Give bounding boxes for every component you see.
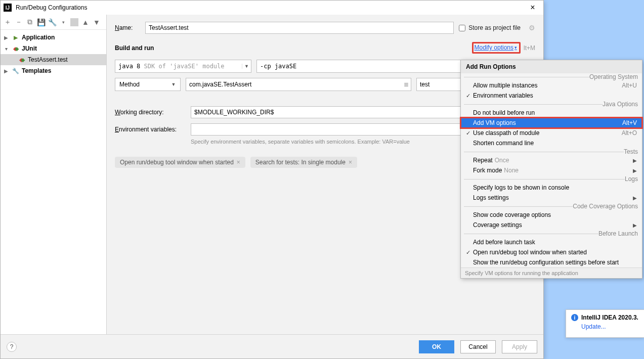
- tree-node-application[interactable]: ▶ ▶ Application: [1, 32, 106, 43]
- toolbar-divider: [70, 18, 78, 26]
- close-icon[interactable]: ×: [525, 3, 540, 12]
- modify-options-popup: Add Run Options Operating SystemAllow mu…: [460, 60, 642, 279]
- workingdir-label: Working directory:: [115, 109, 186, 116]
- list-icon[interactable]: ≣: [404, 81, 409, 88]
- remove-pill-icon[interactable]: ×: [237, 159, 240, 166]
- menu-shortcut: Alt+V: [622, 119, 637, 126]
- menu-shortcut: Alt+U: [622, 82, 637, 89]
- menu-item-environment-variables[interactable]: ✓Environment variables: [461, 91, 642, 101]
- move-down-icon[interactable]: ▼: [93, 18, 101, 26]
- tree-label: JUnit: [22, 45, 37, 52]
- app-logo-icon: IJ: [4, 4, 12, 12]
- remove-pill-icon[interactable]: ×: [349, 159, 352, 166]
- chevron-down-icon: ▼: [169, 82, 178, 87]
- pill-search-scope[interactable]: Search for tests: In single module ×: [250, 157, 357, 168]
- menu-item-do-not-build-before-run[interactable]: Do not build before run: [461, 108, 642, 118]
- scope-value: Method: [119, 81, 140, 88]
- tree-label: TestAssert.test: [28, 56, 68, 63]
- menu-item-add-before-launch-task[interactable]: Add before launch task: [461, 237, 642, 247]
- env-label: Environment variables:: [115, 126, 186, 133]
- modify-options-text: Modify options: [475, 44, 513, 51]
- popup-group-separator: Java Options: [461, 101, 642, 108]
- add-config-icon[interactable]: ＋: [4, 18, 12, 27]
- menu-item-label: Add before launch task: [473, 239, 637, 246]
- menu-item-label: Allow multiple instances: [473, 82, 622, 89]
- copy-config-icon[interactable]: ⧉: [26, 18, 34, 26]
- config-tree: ▶ ▶ Application ▾ JUnit TestAssert.test …: [1, 30, 106, 78]
- popup-title: Add Run Options: [461, 60, 642, 73]
- wrench-icon[interactable]: 🔧: [48, 18, 56, 26]
- menu-item-logs-settings[interactable]: Logs settings▶: [461, 193, 642, 203]
- save-config-icon[interactable]: 💾: [37, 18, 45, 26]
- menu-item-label: Add VM options: [473, 119, 622, 126]
- move-up-icon[interactable]: ▲: [81, 18, 90, 26]
- tree-node-testassert[interactable]: TestAssert.test: [1, 54, 106, 65]
- tree-toolbar: ＋ － ⧉ 💾 🔧 ▾ ▲ ▼: [1, 15, 106, 30]
- menu-item-label: RepeatOnce: [473, 157, 630, 164]
- ok-button[interactable]: OK: [419, 340, 454, 353]
- pill-open-tool-window[interactable]: Open run/debug tool window when started …: [115, 157, 245, 168]
- application-icon: ▶: [12, 33, 20, 41]
- modify-options-link[interactable]: Modify options ▾: [475, 44, 517, 51]
- menu-item-use-classpath-of-module[interactable]: ✓Use classpath of moduleAlt+O: [461, 128, 642, 138]
- menu-item-label: Do not build before run: [473, 109, 637, 116]
- tree-label: Application: [22, 34, 55, 41]
- menu-item-label: Logs settings: [473, 194, 630, 201]
- update-notification[interactable]: i IntelliJ IDEA 2020.3. Update...: [566, 309, 644, 338]
- jdk-dropdown[interactable]: java 8 SDK of 'javaSE' module ▼: [115, 60, 251, 73]
- popup-footer-hint: Specify VM options for running the appli…: [461, 267, 642, 278]
- menu-item-label: Show code coverage options: [473, 211, 637, 218]
- tree-node-junit[interactable]: ▾ JUnit: [1, 43, 106, 54]
- submenu-arrow-icon: ▶: [630, 158, 637, 163]
- submenu-arrow-icon: ▶: [630, 222, 637, 228]
- menu-item-open-run-debug-tool-window-when-started[interactable]: ✓Open run/debug tool window when started: [461, 247, 642, 257]
- menu-item-label: Fork modeNone: [473, 167, 630, 174]
- check-icon: ✓: [466, 130, 473, 137]
- test-class-field[interactable]: com.javaSE.TestAssert ≣: [186, 78, 411, 91]
- menu-item-specify-logs-to-be-shown-in-console[interactable]: Specify logs to be shown in console: [461, 183, 642, 193]
- submenu-arrow-icon: ▶: [630, 195, 637, 201]
- menu-item-coverage-settings[interactable]: Coverage settings▶: [461, 220, 642, 230]
- info-icon: i: [571, 314, 578, 321]
- test-scope-dropdown[interactable]: Method ▼: [115, 78, 181, 91]
- chevron-down-icon: ▼: [242, 64, 251, 69]
- menu-item-label: Show the run/debug configuration setting…: [473, 259, 637, 266]
- build-run-label: Build and run: [115, 44, 154, 52]
- menu-item-allow-multiple-instances[interactable]: Allow multiple instancesAlt+U: [461, 80, 642, 91]
- remove-config-icon[interactable]: －: [15, 18, 23, 27]
- expand-arrow-icon[interactable]: ▶: [3, 68, 10, 74]
- menu-item-label: Coverage settings: [473, 221, 630, 229]
- submenu-arrow-icon: ▶: [630, 168, 637, 173]
- tree-node-templates[interactable]: ▶ 🔧 Templates: [1, 65, 106, 76]
- check-icon: ✓: [466, 249, 473, 256]
- menu-item-fork-mode[interactable]: Fork modeNone▶: [461, 165, 642, 175]
- cancel-button[interactable]: Cancel: [460, 340, 496, 353]
- menu-item-label: Open run/debug tool window when started: [473, 249, 637, 256]
- modify-shortcut: lt+M: [524, 44, 535, 52]
- junit-icon: [18, 56, 26, 64]
- titlebar-title: Run/Debug Configurations: [16, 4, 525, 11]
- expand-arrow-icon[interactable]: ▶: [3, 35, 10, 40]
- menu-item-show-the-run-debug-configuration-settings-before-start[interactable]: Show the run/debug configuration setting…: [461, 257, 642, 267]
- apply-button[interactable]: Apply: [502, 340, 537, 353]
- dialog-footer: ? OK Cancel Apply: [1, 334, 543, 358]
- menu-item-show-code-coverage-options[interactable]: Show code coverage options: [461, 210, 642, 220]
- menu-shortcut: Alt+O: [622, 129, 637, 137]
- name-row: Name: Store as project file ⚙: [115, 22, 535, 34]
- menu-item-add-vm-options[interactable]: Add VM optionsAlt+V: [461, 118, 642, 128]
- help-icon[interactable]: ?: [7, 342, 17, 352]
- gear-icon[interactable]: ⚙: [529, 24, 535, 32]
- junit-icon: [12, 44, 20, 53]
- menu-item-shorten-command-line[interactable]: Shorten command line: [461, 138, 642, 148]
- update-link[interactable]: Update...: [581, 323, 606, 330]
- titlebar: IJ Run/Debug Configurations ×: [1, 1, 543, 15]
- popup-group-separator: Code Coverage Options: [461, 203, 642, 210]
- menu-item-label: Use classpath of module: [473, 129, 622, 137]
- menu-item-repeat[interactable]: RepeatOnce▶: [461, 155, 642, 165]
- store-as-project-file[interactable]: Store as project file: [459, 24, 521, 31]
- config-name-input[interactable]: [145, 22, 454, 34]
- collapse-arrow-icon[interactable]: ▾: [3, 46, 10, 52]
- popup-group-separator: Tests: [461, 148, 642, 155]
- menu-item-label: Environment variables: [473, 92, 637, 99]
- store-checkbox[interactable]: [459, 25, 465, 31]
